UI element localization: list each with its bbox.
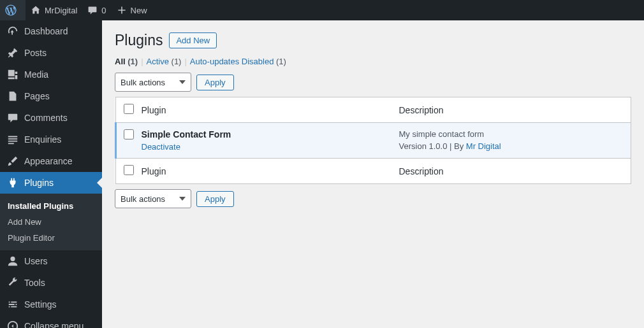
comments-link[interactable]: 0	[82, 0, 111, 20]
filter-active[interactable]: Active (1)	[147, 57, 182, 66]
deactivate-link[interactable]: Deactivate	[142, 142, 180, 152]
plugin-meta: Version 1.0.0 | By Mr Digital	[399, 141, 625, 151]
pin-icon	[6, 46, 19, 59]
col-plugin: Plugin	[135, 97, 393, 123]
apply-button-top[interactable]: Apply	[196, 75, 234, 90]
page-icon	[6, 90, 19, 103]
apply-button-bottom[interactable]: Apply	[196, 191, 234, 207]
admin-bar: MrDigital 0 New	[0, 0, 644, 20]
new-label: New	[131, 6, 147, 15]
sidebar-item-label: Appearance	[24, 156, 73, 166]
comment-icon	[6, 111, 19, 124]
sidebar-item-label: Comments	[24, 113, 68, 123]
plugin-name: Simple Contact Form	[142, 129, 231, 139]
site-name-link[interactable]: MrDigital	[26, 0, 82, 20]
admin-sidebar: Dashboard Posts Media Pages Comments E	[0, 20, 102, 328]
row-checkbox[interactable]	[124, 129, 134, 139]
svg-point-0	[10, 257, 15, 261]
home-icon	[31, 5, 41, 15]
sidebar-item-media[interactable]: Media	[0, 64, 102, 85]
table-row: Simple Contact Form Deactivate My simple…	[116, 123, 631, 159]
sidebar-item-collapse[interactable]: Collapse menu	[0, 315, 102, 328]
submenu-add-new[interactable]: Add New	[0, 214, 102, 230]
media-icon	[6, 68, 19, 81]
plugin-description: My simple contact form	[399, 129, 625, 139]
bulk-actions-select-bottom[interactable]: Bulk actions	[115, 189, 191, 208]
bulk-actions-select[interactable]: Bulk actions	[115, 73, 191, 92]
sidebar-item-label: Users	[24, 256, 48, 266]
sidebar-item-comments[interactable]: Comments	[0, 107, 102, 129]
comments-count: 0	[101, 6, 106, 15]
submenu-installed-plugins[interactable]: Installed Plugins	[0, 198, 102, 214]
tablenav-top: Bulk actions Apply	[115, 73, 631, 92]
filter-auto-updates[interactable]: Auto-updates Disabled (1)	[190, 57, 286, 66]
plugins-table: Plugin Description Simple Contact Form D…	[115, 97, 631, 184]
sidebar-item-appearance[interactable]: Appearance	[0, 150, 102, 172]
col-description-foot: Description	[393, 159, 631, 184]
sidebar-item-label: Collapse menu	[24, 321, 84, 328]
sidebar-item-dashboard[interactable]: Dashboard	[0, 20, 102, 42]
submenu-plugin-editor[interactable]: Plugin Editor	[0, 230, 102, 246]
sidebar-item-label: Enquiries	[24, 134, 61, 145]
wordpress-icon	[5, 4, 17, 16]
sidebar-item-users[interactable]: Users	[0, 250, 102, 272]
user-icon	[6, 255, 19, 267]
sidebar-item-label: Posts	[24, 48, 47, 58]
plugin-author-link[interactable]: Mr Digital	[466, 141, 501, 151]
wrench-icon	[6, 276, 19, 289]
comment-icon	[87, 5, 98, 15]
sidebar-item-label: Pages	[24, 91, 50, 101]
sidebar-item-label: Tools	[24, 278, 45, 288]
plugin-icon	[6, 176, 19, 189]
brush-icon	[6, 155, 19, 168]
sidebar-item-tools[interactable]: Tools	[0, 272, 102, 294]
site-name-label: MrDigital	[45, 6, 77, 15]
sidebar-item-label: Dashboard	[24, 26, 68, 36]
sidebar-item-label: Media	[24, 69, 48, 80]
sidebar-item-pages[interactable]: Pages	[0, 85, 102, 107]
main-content: Plugins Add New All (1) | Active (1) | A…	[102, 20, 644, 328]
page-title: Plugins	[115, 32, 163, 49]
collapse-icon	[6, 320, 19, 328]
wp-logo[interactable]	[0, 0, 26, 20]
plugins-submenu: Installed Plugins Add New Plugin Editor	[0, 194, 102, 250]
col-plugin-foot: Plugin	[135, 159, 393, 184]
tablenav-bottom: Bulk actions Apply	[115, 189, 631, 208]
filter-all[interactable]: All (1)	[115, 57, 138, 66]
col-description: Description	[393, 97, 631, 123]
sidebar-item-posts[interactable]: Posts	[0, 42, 102, 64]
add-new-button[interactable]: Add New	[169, 32, 217, 48]
sidebar-item-label: Settings	[24, 299, 57, 310]
dashboard-icon	[6, 25, 19, 38]
sidebar-item-settings[interactable]: Settings	[0, 294, 102, 315]
new-link[interactable]: New	[112, 0, 152, 20]
filter-links: All (1) | Active (1) | Auto-updates Disa…	[115, 57, 631, 66]
sidebar-item-enquiries[interactable]: Enquiries	[0, 129, 102, 150]
plus-icon	[117, 5, 127, 15]
sidebar-item-label: Plugins	[24, 178, 54, 188]
sidebar-item-plugins[interactable]: Plugins	[0, 172, 102, 194]
settings-icon	[6, 298, 19, 311]
enquiries-icon	[6, 133, 19, 146]
select-all-bottom[interactable]	[124, 165, 134, 175]
select-all-top[interactable]	[124, 104, 134, 114]
